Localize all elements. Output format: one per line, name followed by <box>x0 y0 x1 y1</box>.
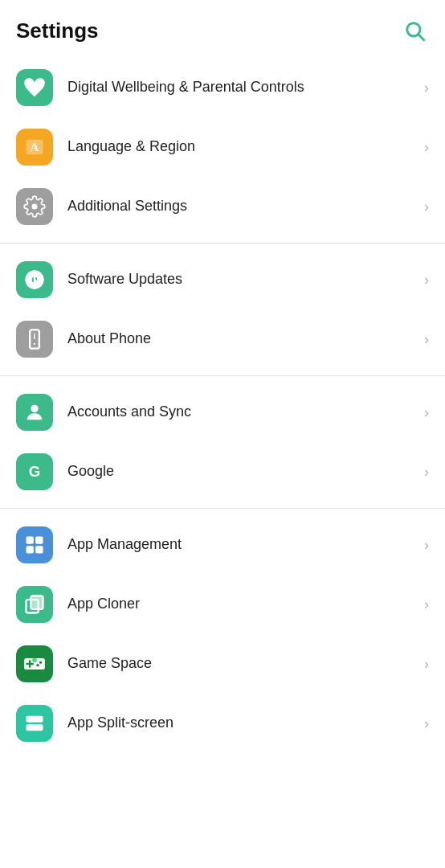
svg-text:A: A <box>31 140 39 154</box>
list-item[interactable]: Software Updates › <box>0 250 445 309</box>
app-splitscreen-icon-bg <box>16 705 53 742</box>
list-divider <box>0 243 445 244</box>
chevron-icon: › <box>424 656 429 673</box>
app-cloner-icon <box>23 593 46 616</box>
chevron-icon: › <box>424 537 429 554</box>
wellbeing-icon <box>23 76 46 99</box>
chevron-icon: › <box>424 596 429 613</box>
svg-text:G: G <box>29 463 41 480</box>
chevron-icon: › <box>424 199 429 215</box>
list-item[interactable]: G Google › <box>0 442 445 502</box>
svg-rect-12 <box>35 537 43 544</box>
app-management-icon <box>23 534 46 556</box>
software-updates-icon-bg <box>16 261 53 298</box>
svg-rect-11 <box>27 537 34 544</box>
search-button[interactable] <box>400 16 429 45</box>
chevron-icon: › <box>424 80 429 96</box>
svg-rect-16 <box>31 596 43 609</box>
svg-line-1 <box>418 35 423 39</box>
search-icon <box>403 19 426 42</box>
list-item[interactable]: App Management › <box>0 515 445 575</box>
chevron-icon: › <box>424 715 429 732</box>
svg-point-18 <box>32 657 37 662</box>
chevron-icon: › <box>424 272 429 289</box>
page-title: Settings <box>16 18 99 43</box>
app-cloner-icon-bg <box>16 586 53 623</box>
digital-wellbeing-icon-bg <box>16 69 53 106</box>
language-icon-bg: A <box>16 129 53 166</box>
game-space-icon-bg <box>16 645 53 682</box>
app-management-label: App Management <box>67 535 418 554</box>
svg-rect-13 <box>27 546 34 553</box>
app-splitscreen-label: App Split-screen <box>67 714 418 732</box>
list-item[interactable]: App Cloner › <box>0 575 445 634</box>
digital-wellbeing-label: Digital Wellbeing & Parental Controls <box>67 78 418 96</box>
additional-settings-icon-bg <box>16 188 53 225</box>
game-space-icon <box>23 653 46 675</box>
google-label: Google <box>67 462 418 481</box>
list-item[interactable]: Digital Wellbeing & Parental Controls › <box>0 58 445 117</box>
svg-rect-19 <box>27 716 43 723</box>
additional-settings-icon <box>23 195 46 218</box>
accounts-sync-icon-bg <box>16 394 53 431</box>
about-phone-icon: i <box>23 328 46 350</box>
list-divider <box>0 508 445 509</box>
app-management-icon-bg <box>16 526 53 563</box>
chevron-icon: › <box>424 464 429 481</box>
list-item[interactable]: Game Space › <box>0 634 445 694</box>
about-phone-label: About Phone <box>67 330 418 348</box>
svg-text:i: i <box>34 331 36 341</box>
list-item[interactable]: App Split-screen › <box>0 694 445 753</box>
svg-point-4 <box>32 204 38 210</box>
app-cloner-label: App Cloner <box>67 595 418 613</box>
chevron-icon: › <box>424 139 429 156</box>
software-updates-icon <box>23 268 46 291</box>
list-item[interactable]: Accounts and Sync › <box>0 383 445 442</box>
app-splitscreen-icon <box>23 712 46 735</box>
list-item[interactable]: Additional Settings › <box>0 177 445 236</box>
svg-point-9 <box>31 405 38 412</box>
list-item[interactable]: A Language & Region › <box>0 117 445 177</box>
google-icon: G <box>23 461 46 483</box>
svg-rect-20 <box>27 724 43 731</box>
google-icon-bg: G <box>16 453 53 490</box>
accounts-sync-icon <box>23 401 46 424</box>
svg-rect-14 <box>35 546 43 553</box>
chevron-icon: › <box>424 331 429 348</box>
list-divider <box>0 375 445 376</box>
settings-list: Digital Wellbeing & Parental Controls › … <box>0 58 445 753</box>
chevron-icon: › <box>424 404 429 421</box>
accounts-sync-label: Accounts and Sync <box>67 403 418 421</box>
svg-point-7 <box>34 343 35 345</box>
about-phone-icon-bg: i <box>16 321 53 358</box>
game-space-label: Game Space <box>67 654 418 673</box>
list-item[interactable]: i About Phone › <box>0 309 445 369</box>
header: Settings <box>0 0 445 58</box>
software-updates-label: Software Updates <box>67 270 418 289</box>
additional-settings-label: Additional Settings <box>67 197 418 215</box>
language-label: Language & Region <box>67 137 418 156</box>
language-icon: A <box>23 136 46 158</box>
